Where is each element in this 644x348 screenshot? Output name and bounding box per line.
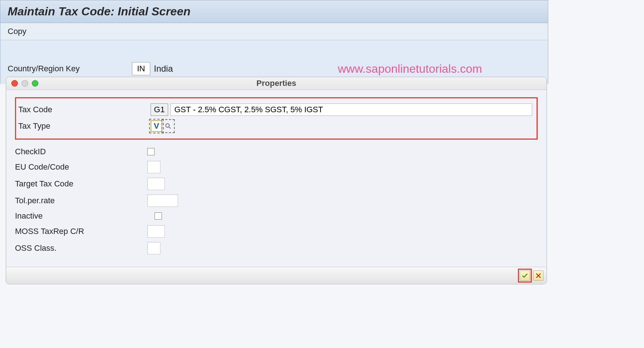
inactive-checkbox[interactable] xyxy=(155,212,162,220)
svg-line-1 xyxy=(169,127,171,129)
confirm-button[interactable] xyxy=(520,271,530,281)
target-tax-row: Target Tax Code xyxy=(15,175,538,192)
checkid-label: CheckID xyxy=(15,147,147,156)
traffic-lights xyxy=(11,80,38,87)
inactive-row: Inactive xyxy=(15,209,538,223)
country-name-text: India xyxy=(154,64,173,74)
moss-row: MOSS TaxRep C/R xyxy=(15,223,538,240)
dialog-footer xyxy=(6,267,546,284)
dialog-body: Tax Code Tax Type CheckID EU Code/Cod xyxy=(6,90,546,267)
tol-rate-label: Tol.per.rate xyxy=(15,196,147,205)
minimize-icon[interactable] xyxy=(22,80,28,87)
title-bar: Maintain Tax Code: Initial Screen xyxy=(0,0,548,23)
oss-input[interactable] xyxy=(147,242,160,254)
main-window: Maintain Tax Code: Initial Screen Copy w… xyxy=(0,0,548,84)
inactive-label: Inactive xyxy=(15,211,147,221)
checkid-row: CheckID xyxy=(15,145,538,159)
tol-rate-input[interactable] xyxy=(147,194,178,207)
tax-code-input[interactable] xyxy=(151,103,168,116)
close-icon[interactable] xyxy=(11,80,18,87)
menu-copy[interactable]: Copy xyxy=(8,27,26,36)
cancel-button[interactable] xyxy=(533,271,543,281)
dialog-titlebar: Properties xyxy=(6,77,546,90)
country-code-input[interactable] xyxy=(132,62,150,75)
maximize-icon[interactable] xyxy=(32,80,38,87)
tax-code-row: Tax Code xyxy=(18,101,534,118)
eu-code-input[interactable] xyxy=(147,161,160,173)
eu-code-row: EU Code/Code xyxy=(15,159,538,175)
eu-code-label: EU Code/Code xyxy=(15,162,147,172)
country-label: Country/Region Key xyxy=(8,64,128,73)
menu-bar: Copy xyxy=(0,23,548,40)
tol-rate-row: Tol.per.rate xyxy=(15,192,538,209)
oss-label: OSS Class. xyxy=(15,243,147,253)
confirm-highlight xyxy=(518,269,532,283)
checkid-checkbox[interactable] xyxy=(147,148,155,155)
tax-type-label: Tax Type xyxy=(18,121,151,131)
properties-dialog: Properties Tax Code Tax Type Check xyxy=(6,77,547,284)
target-tax-input[interactable] xyxy=(147,178,165,190)
highlighted-fields: Tax Code Tax Type xyxy=(15,97,538,140)
tax-code-desc-input[interactable] xyxy=(170,103,532,116)
tax-type-row: Tax Type xyxy=(18,118,534,134)
dialog-title: Properties xyxy=(257,79,296,88)
search-help-icon[interactable] xyxy=(163,121,173,132)
tax-type-input[interactable] xyxy=(151,120,162,132)
oss-row: OSS Class. xyxy=(15,240,538,257)
page-title: Maintain Tax Code: Initial Screen xyxy=(8,5,541,18)
target-tax-label: Target Tax Code xyxy=(15,179,147,189)
watermark-text: www.saponlinetutorials.com xyxy=(338,62,482,76)
moss-label: MOSS TaxRep C/R xyxy=(15,227,147,236)
svg-point-0 xyxy=(166,124,169,127)
moss-input[interactable] xyxy=(147,225,165,238)
tax-code-label: Tax Code xyxy=(18,105,151,114)
